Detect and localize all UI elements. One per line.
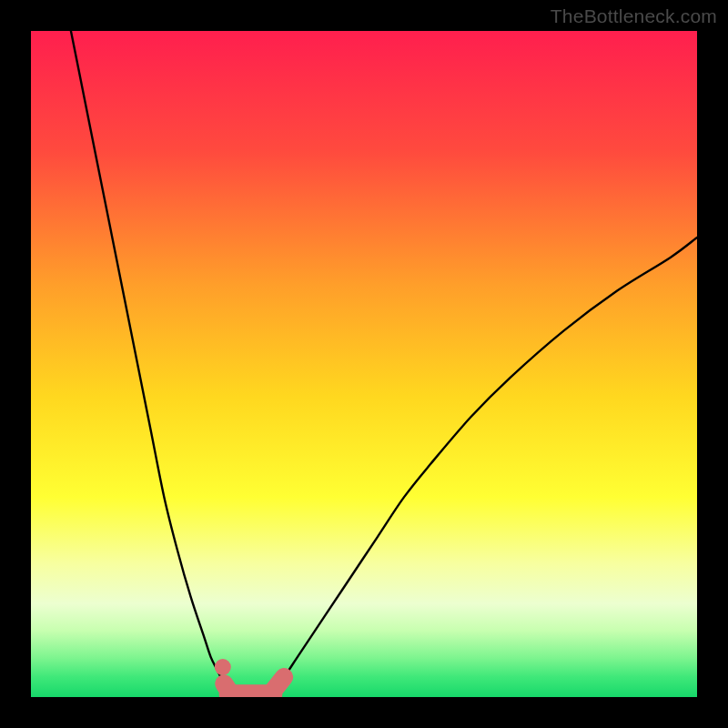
bottleneck-chart bbox=[0, 0, 728, 728]
watermark-text: TheBottleneck.com bbox=[551, 5, 717, 27]
left-bottom-dot bbox=[215, 659, 231, 675]
chart-frame: TheBottleneck.com bbox=[0, 0, 728, 728]
gradient-background bbox=[31, 31, 697, 697]
